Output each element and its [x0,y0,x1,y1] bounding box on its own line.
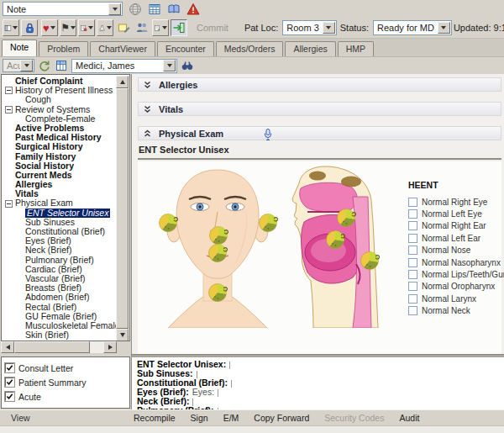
checkbox-checked-icon[interactable] [5,363,14,372]
tree-item-current-meds[interactable]: Current Meds [3,171,116,180]
chevron-double-up-icon[interactable] [144,129,151,138]
chevron-down-icon[interactable] [108,3,121,15]
collapse-icon[interactable] [5,106,13,114]
binoculars-icon[interactable] [181,59,194,72]
text-cursor[interactable] [218,389,218,397]
sign-button[interactable]: Sign [191,413,208,423]
acute-option[interactable]: Acute [5,390,129,403]
checkbox-unchecked-icon[interactable] [408,282,417,291]
checkbox-unchecked-icon[interactable] [408,306,417,315]
scroll-down-button[interactable] [116,329,129,341]
section-vitals[interactable]: Vitals [138,102,501,116]
recompile-button[interactable]: Recompile [134,413,176,423]
tree-item-abdomen[interactable]: Abdomen (Brief) [3,293,116,302]
consult-letter-option[interactable]: Consult Letter [5,362,129,374]
tree-item-physical-exam[interactable]: Physical Exam [3,198,116,208]
note-type-select[interactable]: Note [3,2,123,16]
microphone-icon[interactable] [262,128,274,143]
hotspot-larynx[interactable] [361,252,380,270]
hotspot-left-ear[interactable] [260,214,278,232]
lab-button[interactable] [97,19,113,36]
favorites-button[interactable]: ♥ [41,19,58,36]
checkbox-unchecked-icon[interactable] [408,209,417,219]
tab-hmp[interactable]: HMP [338,41,374,56]
globe-icon[interactable] [129,3,142,16]
checkbox-unchecked-icon[interactable] [408,221,417,230]
chevron-down-icon[interactable] [13,21,18,34]
grid-view-icon[interactable] [148,3,161,16]
tree-item-skin[interactable]: Skin (Brief) [3,330,116,340]
chevron-double-down-icon[interactable] [144,81,151,89]
checkbox-unchecked-icon[interactable] [408,294,417,304]
checkbox-unchecked-icon[interactable] [408,258,417,267]
book-icon[interactable] [167,3,181,16]
tree-item-neck[interactable]: Neck (Brief) [3,246,116,255]
collapse-icon[interactable] [5,200,13,208]
form-grid-icon[interactable] [55,59,68,72]
section-allergies[interactable]: Allergies [138,77,501,92]
scrollbar-thumb[interactable] [14,341,90,353]
checkbox-checked-icon[interactable] [5,378,14,387]
text-cursor[interactable] [231,380,232,388]
acute-select[interactable]: Acute [3,59,34,72]
em-button[interactable]: E/M [223,413,239,423]
tree-item-breasts[interactable]: Breasts (Brief) [3,283,116,293]
people-button[interactable] [134,19,150,36]
chevron-down-icon[interactable] [107,21,112,34]
checkbox-unchecked-icon[interactable] [408,234,417,243]
heent-row[interactable]: Normal Nose [408,245,501,256]
chevron-down-icon[interactable] [50,21,56,34]
tree-item-pulmonary[interactable]: Pulmonary (Brief) [3,256,116,265]
refresh-icon[interactable] [38,59,51,72]
tree-item-active-problems[interactable]: Active Problems [3,124,116,133]
tab-allergies[interactable]: Allergies [285,41,335,56]
copy-forward-button[interactable]: Copy Forward [254,413,309,423]
checkbox-checked-icon[interactable] [5,392,14,401]
heent-row[interactable]: Normal Oropharynx [408,281,501,293]
scroll-left-button[interactable] [1,341,14,353]
tree-item-eyes[interactable]: Eyes (Brief) [3,236,116,246]
chevron-down-icon[interactable] [20,60,33,71]
tree-item-rectal[interactable]: Rectal (Brief) [3,303,116,312]
orders-button[interactable] [78,19,95,36]
tree-item-hpi[interactable]: History of Present Illness [3,86,116,95]
scrollbar-thumb[interactable] [116,88,129,329]
tree-item-past-medical-history[interactable]: Past Medical History [3,133,116,142]
tree-item-constitutional[interactable]: Constitutional (Brief) [3,227,116,236]
tree-item-ent-selector[interactable]: ENT Selector Unisex [3,209,116,218]
heent-row[interactable]: Normal Left Eye [408,208,501,219]
heent-row[interactable]: Normal Lips/Teeth/Gums [408,268,501,280]
note-tag-button[interactable] [115,19,132,36]
heent-row[interactable]: Normal Right Eye [408,196,501,208]
tab-note[interactable]: Note [2,40,37,56]
tree-item-surgical-history[interactable]: Surgical History [3,142,116,151]
chevron-down-icon[interactable] [163,60,176,71]
tree-item-cough[interactable]: Cough [3,95,116,104]
checkbox-unchecked-icon[interactable] [408,270,417,279]
heent-row[interactable]: Normal Right Ear [408,220,501,232]
tree-item-sub-sinuses[interactable]: Sub Sinuses [3,218,116,227]
scroll-up-button[interactable] [116,76,129,88]
chevron-down-icon[interactable] [323,22,335,34]
tree-item-complete-female[interactable]: Complete-Female [3,114,116,124]
flag-button[interactable]: ⚑ [60,19,76,36]
audit-button[interactable]: Audit [399,413,419,423]
heent-row[interactable]: Normal Larynx [408,293,501,304]
heent-row[interactable]: Normal Neck [408,305,501,317]
commit-label[interactable]: Commit [197,23,228,33]
chevron-down-icon[interactable] [162,21,167,34]
tree-item-social-history[interactable]: Social History [3,161,116,171]
tree-item-musculoskeletal[interactable]: Musculoskeletal Female (Bri [3,321,116,330]
tree-item-cardiac[interactable]: Cardiac (Brief) [3,265,116,274]
window-split-button[interactable] [3,19,19,36]
chevron-down-icon[interactable] [438,22,450,34]
horizontal-scrollbar[interactable] [1,341,117,353]
heent-row[interactable]: Normal Nasopharynx [408,256,501,268]
tab-chartviewer[interactable]: ChartViewer [90,41,155,56]
tree-item-ros[interactable]: Review of Systems [3,105,116,114]
tab-encounter[interactable]: Encounter [157,41,214,56]
patient-summary-option[interactable]: Patient Summary [5,376,129,388]
pat-loc-select[interactable]: Room 3 [282,20,337,35]
lock-button[interactable] [21,19,38,36]
text-cursor[interactable] [229,362,230,369]
